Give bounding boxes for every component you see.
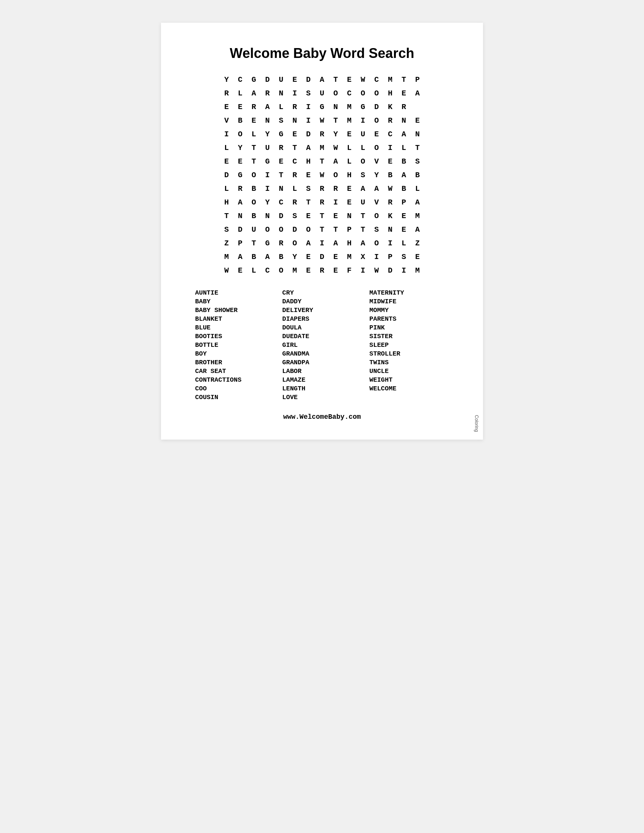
- grid-cell-7-8: O: [329, 168, 343, 182]
- word-item: UNCLE: [369, 367, 449, 376]
- grid-cell-8-9: E: [343, 182, 356, 195]
- grid-cell-12-8: A: [329, 236, 343, 250]
- grid-cell-2-4: L: [274, 100, 288, 114]
- grid-cell-14-9: F: [343, 264, 356, 277]
- grid-cell-10-3: N: [261, 209, 274, 223]
- grid-cell-9-10: U: [356, 195, 370, 209]
- grid-cell-12-6: A: [301, 236, 315, 250]
- word-item: LENGTH: [282, 384, 362, 393]
- grid-cell-14-14: M: [411, 264, 424, 277]
- grid-cell-2-10: G: [356, 100, 370, 114]
- grid-cell-0-1: C: [233, 73, 247, 86]
- word-item: BABY SHOWER: [195, 306, 275, 315]
- grid-cell-9-4: C: [274, 195, 288, 209]
- grid-cell-3-3: N: [261, 114, 274, 127]
- word-item: DOULA: [282, 323, 362, 332]
- grid-cell-8-14: L: [411, 182, 424, 195]
- word-item: BOOTIES: [195, 332, 275, 341]
- grid-cell-8-6: S: [301, 182, 315, 195]
- grid-cell-10-12: K: [383, 209, 397, 223]
- grid-cell-10-4: D: [274, 209, 288, 223]
- grid-cell-4-1: O: [233, 127, 247, 141]
- grid-cell-13-1: A: [233, 250, 247, 264]
- word-item: STROLLER: [369, 349, 449, 358]
- grid-cell-2-13: R: [397, 100, 411, 114]
- word-item: COO: [195, 384, 275, 393]
- grid-cell-0-11: C: [370, 73, 383, 86]
- grid-cell-6-0: E: [220, 154, 233, 168]
- grid-cell-3-11: O: [370, 114, 383, 127]
- grid-cell-1-6: S: [301, 86, 315, 100]
- grid-cell-1-7: U: [315, 86, 329, 100]
- grid-cell-2-6: I: [301, 100, 315, 114]
- word-item: LABOR: [282, 367, 362, 376]
- word-item: WEIGHT: [369, 376, 449, 384]
- grid-cell-3-6: I: [301, 114, 315, 127]
- grid-cell-12-0: Z: [220, 236, 233, 250]
- grid-cell-9-8: I: [329, 195, 343, 209]
- word-item: BOTTLE: [195, 341, 275, 349]
- grid-cell-4-6: D: [301, 127, 315, 141]
- page-title: Welcome Baby Word Search: [191, 45, 453, 61]
- grid-cell-7-0: D: [220, 168, 233, 182]
- grid-cell-7-1: G: [233, 168, 247, 182]
- grid-cell-3-7: W: [315, 114, 329, 127]
- grid-cell-3-9: M: [343, 114, 356, 127]
- grid-cell-6-8: A: [329, 154, 343, 168]
- grid-cell-4-4: G: [274, 127, 288, 141]
- grid-cell-10-9: N: [343, 209, 356, 223]
- word-column-1: AUNTIEBABYBABY SHOWERBLANKETBLUEBOOTIESB…: [195, 288, 275, 402]
- grid-cell-1-0: R: [220, 86, 233, 100]
- grid-cell-11-9: P: [343, 223, 356, 236]
- word-item: CAR SEAT: [195, 367, 275, 376]
- grid-cell-3-12: R: [383, 114, 397, 127]
- grid-cell-11-12: N: [383, 223, 397, 236]
- grid-cell-8-4: N: [274, 182, 288, 195]
- grid-cell-14-7: R: [315, 264, 329, 277]
- grid-cell-7-12: B: [383, 168, 397, 182]
- word-item: CRY: [282, 288, 362, 297]
- grid-cell-10-0: T: [220, 209, 233, 223]
- grid-cell-5-14: T: [411, 141, 424, 154]
- grid-cell-5-0: L: [220, 141, 233, 154]
- grid-cell-11-5: D: [288, 223, 301, 236]
- grid-cell-5-5: T: [288, 141, 301, 154]
- grid-cell-9-14: A: [411, 195, 424, 209]
- word-item: WELCOME: [369, 384, 449, 393]
- grid-cell-4-3: Y: [261, 127, 274, 141]
- grid-cell-14-8: E: [329, 264, 343, 277]
- grid-cell-4-11: E: [370, 127, 383, 141]
- grid-cell-14-5: M: [288, 264, 301, 277]
- word-item: LOVE: [282, 393, 362, 402]
- grid-cell-11-13: E: [397, 223, 411, 236]
- grid-cell-8-11: A: [370, 182, 383, 195]
- grid-cell-5-11: O: [370, 141, 383, 154]
- grid-cell-12-14: Z: [411, 236, 424, 250]
- grid-cell-2-12: K: [383, 100, 397, 114]
- word-item: MIDWIFE: [369, 297, 449, 306]
- grid-cell-3-0: V: [220, 114, 233, 127]
- grid-cell-2-3: A: [261, 100, 274, 114]
- grid-cell-4-13: A: [397, 127, 411, 141]
- grid-cell-3-5: N: [288, 114, 301, 127]
- grid-cell-14-3: C: [261, 264, 274, 277]
- word-column-3: MATERNITYMIDWIFEMOMMYPARENTSPINKSISTERSL…: [369, 288, 449, 402]
- grid-cell-0-10: W: [356, 73, 370, 86]
- grid-cell-13-13: S: [397, 250, 411, 264]
- grid-cell-12-2: T: [247, 236, 261, 250]
- grid-cell-7-13: A: [397, 168, 411, 182]
- grid-cell-8-10: A: [356, 182, 370, 195]
- grid-cell-8-0: L: [220, 182, 233, 195]
- word-item: BLANKET: [195, 315, 275, 323]
- grid-cell-7-10: S: [356, 168, 370, 182]
- grid-cell-6-6: H: [301, 154, 315, 168]
- grid-cell-7-7: W: [315, 168, 329, 182]
- word-item: MATERNITY: [369, 288, 449, 297]
- grid-cell-0-4: U: [274, 73, 288, 86]
- grid-cell-8-8: R: [329, 182, 343, 195]
- grid-cell-7-14: B: [411, 168, 424, 182]
- grid-cell-9-7: R: [315, 195, 329, 209]
- grid-cell-2-14: [411, 100, 424, 114]
- grid-cell-13-6: E: [301, 250, 315, 264]
- word-item: TWINS: [369, 358, 449, 367]
